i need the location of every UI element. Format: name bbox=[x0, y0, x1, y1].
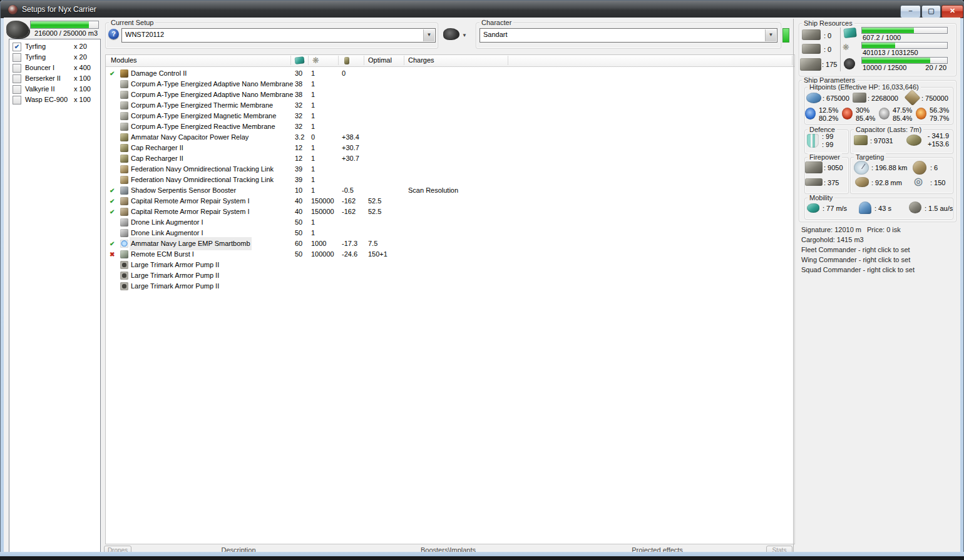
warp-speed-value: : 1.5 au/s bbox=[925, 205, 953, 212]
drone-list-item[interactable]: Tyrfing x 20 bbox=[9, 41, 100, 52]
drone-capacity-bar bbox=[30, 21, 99, 29]
capacitor-amount-value: : 97031 bbox=[870, 137, 893, 145]
module-row[interactable]: Capital Remote Armor Repair System I 40 … bbox=[106, 196, 794, 206]
module-name: Federation Navy Omnidirectional Tracking… bbox=[131, 175, 274, 185]
powergrid-icon: ❋ bbox=[843, 43, 853, 53]
module-row[interactable]: Corpum A-Type Energized Adaptive Nano Me… bbox=[106, 79, 794, 89]
module-row[interactable]: Cap Recharger II 12 1 +30.7 bbox=[106, 143, 794, 153]
module-cap-value: -162 bbox=[342, 206, 356, 217]
modules-table-header[interactable]: Modules ❋ Optimal Charges bbox=[106, 55, 794, 67]
module-name: Large Trimark Armor Pump II bbox=[131, 270, 219, 281]
armor-pump-rig-icon bbox=[120, 272, 128, 280]
drone-bandwidth-text: 10000 / 12500 bbox=[863, 64, 906, 71]
drone-name: Berserker II bbox=[25, 73, 61, 84]
resist-cell: 12.5% 80.2% bbox=[805, 106, 842, 123]
hull-hp-value: : 750000 bbox=[921, 94, 948, 102]
drone-checkbox[interactable] bbox=[13, 96, 21, 104]
drone-checkbox[interactable] bbox=[13, 53, 21, 62]
module-name: Corpum A-Type Energized Adaptive Nano Me… bbox=[131, 89, 293, 100]
maximize-button[interactable]: ▢ bbox=[921, 5, 941, 18]
drone-quantity: x 20 bbox=[74, 41, 87, 52]
ship-select-icon[interactable] bbox=[443, 28, 459, 40]
drone-checkbox[interactable] bbox=[13, 74, 21, 83]
module-name: Large Trimark Armor Pump II bbox=[131, 281, 219, 292]
module-row[interactable]: Federation Navy Omnidirectional Tracking… bbox=[106, 164, 794, 175]
price-text: Price: 0 isk bbox=[867, 226, 901, 233]
module-row[interactable]: Large Trimark Armor Pump II bbox=[106, 260, 794, 270]
powergrid-bar bbox=[861, 42, 948, 49]
module-cap-value: +30.7 bbox=[342, 153, 359, 164]
module-cpu-value: 12 bbox=[295, 153, 302, 164]
help-icon[interactable]: ? bbox=[108, 29, 119, 39]
drone-listbox[interactable]: Tyrfing x 20 Tyrfing x 20 Bouncer I x 40… bbox=[9, 39, 101, 553]
drone-link-augmentor-icon bbox=[120, 229, 128, 237]
drone-name: Wasp EC-900 bbox=[25, 94, 68, 105]
module-row[interactable]: Corpum A-Type Energized Adaptive Nano Me… bbox=[106, 89, 794, 100]
character-dropdown-arrow[interactable]: ▼ bbox=[765, 29, 776, 41]
module-row[interactable]: Ammatar Navy Large EMP Smartbomb 60 1000… bbox=[106, 238, 794, 249]
cap-recharger-icon bbox=[120, 144, 128, 152]
module-status-icon bbox=[110, 249, 118, 260]
panel-splitter[interactable] bbox=[793, 19, 794, 552]
module-name: Cap Recharger II bbox=[131, 143, 183, 153]
module-cpu-value: 30 bbox=[295, 68, 302, 79]
smartbomb-icon bbox=[120, 240, 128, 248]
module-cpu-value: 38 bbox=[295, 89, 302, 100]
setup-combobox[interactable]: WNST20112 ▼ bbox=[121, 28, 436, 43]
module-grid-value: 1 bbox=[311, 121, 315, 132]
turret-dps-value: : 9050 bbox=[824, 164, 843, 171]
module-name: Remote ECM Burst I bbox=[131, 249, 194, 260]
module-row[interactable]: Shadow Serpentis Sensor Booster 10 1 -0.… bbox=[106, 185, 794, 196]
module-row[interactable]: Corpum A-Type Energized Reactive Membran… bbox=[106, 121, 794, 132]
ship-select-caret-icon[interactable]: ▼ bbox=[462, 33, 467, 38]
drone-list-item[interactable]: Valkyrie II x 100 bbox=[9, 84, 100, 94]
module-name: Damage Control II bbox=[131, 68, 187, 79]
drone-checkbox[interactable] bbox=[13, 64, 21, 73]
close-button[interactable]: ✕ bbox=[941, 5, 963, 18]
module-row[interactable]: Damage Control II 30 1 0 bbox=[106, 68, 794, 79]
armor-hp-value: : 2268000 bbox=[868, 94, 898, 102]
turret-dps-icon bbox=[805, 161, 823, 173]
character-combobox[interactable]: Sandart ▼ bbox=[479, 28, 777, 43]
cargohold-text: Cargohold: 1415 m3 bbox=[801, 236, 864, 243]
launcher-hardpoint-icon bbox=[802, 44, 821, 54]
drone-list-item[interactable]: Tyrfing x 20 bbox=[9, 52, 100, 63]
warp-speed-icon bbox=[909, 201, 921, 213]
module-row[interactable]: Drone Link Augmentor I 50 1 bbox=[106, 217, 794, 228]
wing-commander-text[interactable]: Wing Commander - right click to set bbox=[801, 256, 910, 263]
tracking-link-icon bbox=[120, 176, 128, 184]
module-row[interactable]: Drone Link Augmentor I 50 1 bbox=[106, 228, 794, 238]
module-row[interactable]: Corpum A-Type Energized Thermic Membrane… bbox=[106, 100, 794, 111]
setup-dropdown-arrow[interactable]: ▼ bbox=[423, 29, 434, 41]
module-grid-value: 1 bbox=[311, 89, 315, 100]
titlebar[interactable]: Setups for Nyx Carrier – ▢ ✕ bbox=[1, 1, 963, 18]
shield-hp-icon bbox=[806, 93, 821, 103]
resources-divider bbox=[840, 28, 841, 71]
resist-effective: 80.2% bbox=[819, 115, 838, 122]
squad-commander-text[interactable]: Squad Commander - right click to set bbox=[801, 266, 915, 273]
minimize-button[interactable]: – bbox=[900, 5, 921, 18]
module-cpu-value: 40 bbox=[295, 196, 302, 206]
module-row[interactable]: Federation Navy Omnidirectional Tracking… bbox=[106, 175, 794, 185]
hitpoints-label: Hitpoints (Effective HP: 16,033,646) bbox=[808, 83, 921, 91]
module-row[interactable]: Large Trimark Armor Pump II bbox=[106, 270, 794, 281]
drone-list-item[interactable]: Bouncer I x 400 bbox=[9, 63, 100, 73]
drone-checkbox[interactable] bbox=[13, 43, 21, 51]
drone-checkbox[interactable] bbox=[13, 85, 21, 94]
module-name: Federation Navy Omnidirectional Tracking… bbox=[131, 164, 274, 175]
drone-list-item[interactable]: Berserker II x 100 bbox=[9, 73, 100, 84]
module-grid-value: 1 bbox=[311, 111, 315, 121]
module-row[interactable]: Cap Recharger II 12 1 +30.7 bbox=[106, 153, 794, 164]
module-charge-value: Scan Resolution bbox=[408, 185, 458, 196]
explosive-resist-icon bbox=[916, 108, 926, 120]
module-name: Shadow Serpentis Sensor Booster bbox=[131, 185, 236, 196]
module-row[interactable]: Capital Remote Armor Repair System I 40 … bbox=[106, 206, 794, 217]
module-row[interactable]: Remote ECM Burst I 50 100000 -24.6 150+1 bbox=[106, 249, 794, 260]
fleet-commander-text[interactable]: Fleet Commander - right click to set bbox=[801, 246, 910, 253]
drone-quantity: x 400 bbox=[74, 63, 91, 73]
drone-list-item[interactable]: Wasp EC-900 x 100 bbox=[9, 94, 100, 105]
module-row[interactable]: Ammatar Navy Capacitor Power Relay 3.2 0… bbox=[106, 132, 794, 143]
module-row[interactable]: Corpum A-Type Energized Magnetic Membran… bbox=[106, 111, 794, 121]
module-row[interactable]: Large Trimark Armor Pump II bbox=[106, 281, 794, 292]
missile-dps-value: : 375 bbox=[824, 179, 839, 186]
